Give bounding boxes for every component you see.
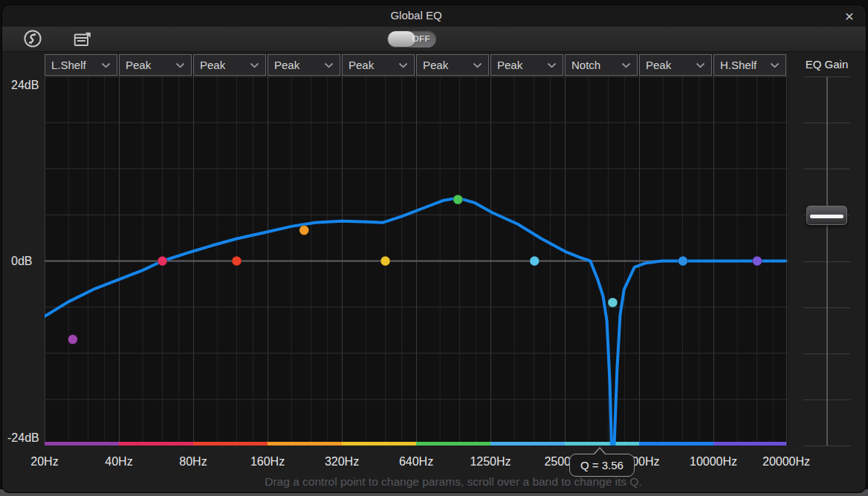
freq-tick-label: 20000Hz — [762, 455, 810, 469]
freq-tick-label: 640Hz — [399, 455, 433, 469]
sync-icon[interactable] — [23, 29, 42, 48]
chevron-down-icon — [621, 62, 631, 68]
band-type-dropdown-1[interactable]: L.Shelf — [45, 54, 117, 76]
chevron-down-icon — [324, 62, 334, 68]
band-type-label: L.Shelf — [51, 59, 86, 71]
freq-tick-label: 10000Hz — [690, 455, 737, 469]
band-type-dropdown-3[interactable]: Peak — [193, 54, 266, 76]
chevron-down-icon — [175, 62, 185, 68]
chevron-down-icon — [770, 62, 780, 68]
control-point-band-1[interactable] — [68, 335, 77, 345]
window-title: Global EQ — [2, 9, 848, 22]
band-type-dropdown-10[interactable]: H.Shelf — [713, 54, 786, 76]
eq-response-chart[interactable] — [45, 76, 788, 446]
q-value-text: Q = 3.56 — [580, 459, 624, 471]
band-type-label: Peak — [646, 59, 671, 71]
freq-tick-label: 160Hz — [250, 455, 285, 469]
chevron-down-icon — [473, 62, 482, 68]
power-toggle-knob[interactable] — [388, 31, 415, 47]
spectrum-strip-segment — [342, 442, 416, 446]
db-tick-label: 0dB — [11, 255, 32, 268]
freq-tick-label: 320Hz — [325, 455, 359, 469]
spectrum-strip-segment — [193, 442, 268, 446]
global-eq-window: Global EQ × OFF L.ShelfPeakPeakPeakPeakP… — [2, 5, 866, 492]
control-point-band-4[interactable] — [299, 226, 309, 235]
band-type-label: Peak — [126, 59, 151, 71]
band-type-label: Peak — [200, 59, 225, 71]
band-type-label: Peak — [497, 59, 522, 71]
freq-tick-label: 1250Hz — [470, 455, 511, 469]
eq-gain-label: EQ Gain — [788, 58, 866, 71]
slider-tick — [803, 446, 850, 446]
power-toggle[interactable]: OFF — [387, 30, 436, 48]
control-point-band-3[interactable] — [232, 256, 242, 266]
spectrum-strip-segment — [565, 442, 639, 446]
eq-gain-slider[interactable] — [788, 76, 866, 446]
q-value-tooltip: Q = 3.56 — [569, 454, 635, 477]
eq-graph-area[interactable] — [45, 76, 788, 446]
band-type-label: Peak — [423, 59, 448, 71]
db-tick-label: -24dB — [7, 431, 39, 445]
band-type-dropdown-2[interactable]: Peak — [119, 54, 192, 76]
spectrum-strip-segment — [268, 442, 342, 446]
chevron-down-icon — [547, 62, 557, 68]
slider-track[interactable] — [826, 76, 828, 446]
chevron-down-icon — [101, 62, 111, 68]
band-type-dropdown-6[interactable]: Peak — [416, 54, 489, 76]
spectrum-strip-segment — [119, 442, 193, 446]
title-bar[interactable]: Global EQ × — [2, 5, 866, 27]
control-point-band-5[interactable] — [380, 256, 390, 266]
chevron-down-icon — [398, 62, 408, 68]
band-type-dropdown-5[interactable]: Peak — [342, 54, 415, 76]
band-type-dropdown-7[interactable]: Peak — [490, 54, 563, 76]
control-point-band-7[interactable] — [530, 256, 540, 266]
chevron-down-icon — [696, 62, 705, 68]
close-icon[interactable]: × — [845, 7, 854, 25]
db-tick-label: 24dB — [11, 79, 39, 92]
control-point-band-9[interactable] — [678, 256, 687, 266]
chevron-down-icon — [250, 62, 259, 68]
spectrum-strip-segment — [639, 442, 713, 446]
spectrum-strip-segment — [713, 442, 786, 446]
band-type-label: Notch — [571, 59, 600, 71]
band-type-label: Peak — [349, 59, 374, 71]
eq-gain-knob[interactable] — [806, 206, 847, 225]
eq-response-curve — [45, 198, 786, 446]
control-point-band-2[interactable] — [158, 256, 167, 266]
control-point-band-6[interactable] — [453, 195, 463, 204]
band-type-label: Peak — [274, 59, 299, 71]
spectrum-strip-segment — [490, 442, 565, 446]
control-point-band-8[interactable] — [608, 298, 618, 307]
freq-tick-label: 80Hz — [179, 455, 207, 469]
spectrum-strip-segment — [45, 442, 119, 446]
power-toggle-state: OFF — [412, 34, 431, 43]
band-type-dropdown-4[interactable]: Peak — [268, 54, 340, 76]
toolbar: OFF — [2, 27, 866, 52]
band-type-dropdown-8[interactable]: Notch — [565, 54, 638, 76]
freq-tick-label: 20Hz — [30, 455, 58, 469]
spectrum-strip-segment — [416, 442, 490, 446]
status-hint: Drag a control point to change params, s… — [22, 475, 866, 489]
band-type-label: H.Shelf — [720, 59, 757, 71]
control-point-band-10[interactable] — [752, 256, 762, 266]
band-type-dropdown-9[interactable]: Peak — [639, 54, 712, 76]
knob-grip-line — [810, 215, 843, 218]
preset-menu-icon[interactable] — [73, 30, 92, 50]
freq-tick-label: 40Hz — [105, 455, 132, 469]
